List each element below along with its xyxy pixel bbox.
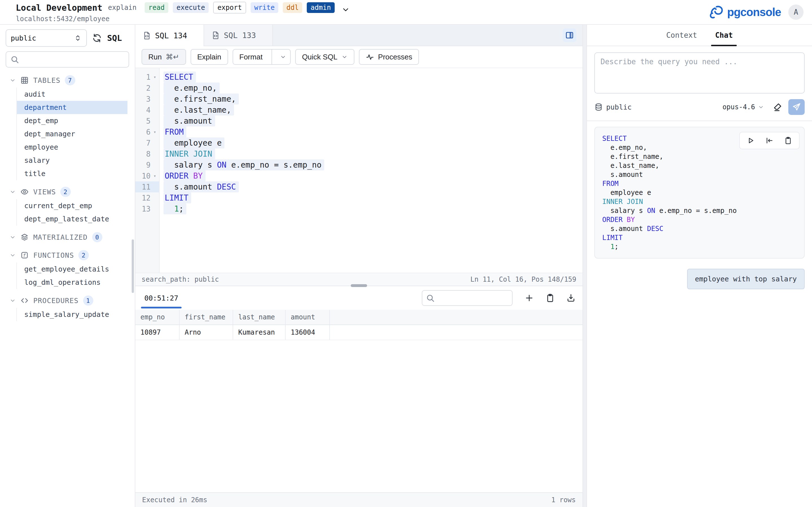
results-search-input[interactable]: [422, 290, 513, 306]
refresh-icon[interactable]: [92, 33, 102, 43]
tree-item-title[interactable]: title: [17, 167, 128, 180]
sql-mode-label[interactable]: SQL: [107, 33, 122, 43]
result-tab-timer[interactable]: 00:51:27: [142, 286, 181, 310]
toggle-side-panel-button[interactable]: [563, 29, 576, 42]
section-header-views[interactable]: VIEWS2: [0, 185, 135, 198]
schema-select[interactable]: public: [6, 29, 87, 47]
section-count-badge: 1: [83, 295, 93, 305]
editor-line-7[interactable]: 7 employee e: [135, 137, 582, 149]
editor-line-2[interactable]: 2 e.emp_no,: [135, 82, 582, 94]
permission-badge-read: read: [145, 2, 168, 13]
send-button[interactable]: [788, 99, 805, 115]
editor-line-11[interactable]: 11 s.amount DESC: [135, 181, 582, 192]
section-header-functions[interactable]: fFUNCTIONS2: [0, 249, 135, 262]
chevron-down-icon: [10, 77, 16, 83]
section-header-tables[interactable]: TABLES7: [0, 74, 135, 87]
chat-schema-context[interactable]: public: [594, 103, 631, 111]
tree-item-department[interactable]: department: [17, 101, 128, 114]
fold-arrow-icon[interactable]: ▾: [151, 129, 159, 135]
fold-arrow-icon[interactable]: ▾: [151, 173, 159, 179]
tree-item-dept_emp[interactable]: dept_emp: [17, 114, 128, 127]
chevron-down-icon[interactable]: [280, 54, 286, 60]
run-code-icon[interactable]: [747, 136, 755, 145]
chevron-down-icon: [758, 104, 764, 110]
chevron-down-icon[interactable]: [342, 5, 350, 14]
format-button[interactable]: Format: [233, 49, 291, 65]
download-results-icon[interactable]: [566, 293, 576, 303]
tree-item-simple_salary_update[interactable]: simple_salary_update: [17, 308, 128, 321]
copy-code-icon[interactable]: [784, 136, 792, 145]
sidebar-scrollbar[interactable]: [132, 239, 134, 293]
divider: [271, 50, 272, 64]
column-header-amount[interactable]: amount: [286, 310, 330, 325]
processes-button[interactable]: Processes: [359, 49, 419, 65]
section-header-procedures[interactable]: PROCEDURES1: [0, 294, 135, 307]
clear-chat-icon[interactable]: [772, 102, 783, 112]
quick-sql-button[interactable]: Quick SQL: [295, 49, 354, 65]
editor-line-6[interactable]: 6▾FROM: [135, 126, 582, 137]
section-header-materialized[interactable]: MATERIALIZED0: [0, 231, 135, 244]
tree-item-employee[interactable]: employee: [17, 140, 128, 154]
app-window: Local Development explainreadexecuteexpo…: [0, 0, 812, 507]
column-header-emp_no[interactable]: emp_no: [135, 310, 180, 325]
editor-line-3[interactable]: 3 e.first_name,: [135, 94, 582, 105]
editor-line-9[interactable]: 9 salary s ON e.emp_no = s.emp_no: [135, 159, 582, 170]
tree-item-dept_emp_latest_date[interactable]: dept_emp_latest_date: [17, 212, 128, 226]
editor-line-10[interactable]: 10▾ORDER BY: [135, 170, 582, 181]
gutter: 6▾: [135, 126, 159, 137]
run-button[interactable]: Run ⌘↵: [142, 49, 186, 65]
tab-context[interactable]: Context: [665, 25, 698, 46]
editor-line-12[interactable]: 12LIMIT: [135, 192, 582, 203]
tree-item-dept_manager[interactable]: dept_manager: [17, 127, 128, 140]
section-label: PROCEDURES: [33, 297, 79, 305]
gutter: 11: [135, 181, 159, 192]
gutter: 8: [135, 149, 159, 159]
cursor-position-status: Ln 11, Col 16, Pos 148/159: [470, 276, 576, 283]
copy-results-icon[interactable]: [545, 293, 555, 303]
tree-item-current_dept_emp[interactable]: current_dept_emp: [17, 199, 128, 212]
tree-item-salary[interactable]: salary: [17, 154, 128, 167]
editor-tab-sql-134[interactable]: SQL 134: [135, 25, 204, 46]
search-icon: [426, 293, 435, 302]
editor-tabbar: SQL 134SQL 133: [135, 25, 582, 46]
run-shortcut: ⌘↵: [166, 53, 179, 61]
assistant-panel: Context Chat public opus-4.6: [587, 25, 812, 507]
section-count-badge: 2: [60, 187, 70, 197]
assistant-code-line: e.first_name,: [602, 152, 797, 161]
avatar[interactable]: A: [788, 4, 804, 20]
column-header-last_name[interactable]: last_name: [233, 310, 286, 325]
chevron-down-icon: [10, 252, 16, 258]
column-header-first_name[interactable]: first_name: [180, 310, 233, 325]
file-code-icon: [143, 31, 151, 40]
model-select[interactable]: opus-4.6: [722, 103, 764, 111]
tree-item-audit[interactable]: audit: [17, 88, 128, 101]
quick-sql-label: Quick SQL: [302, 53, 338, 61]
editor-line-13[interactable]: 13 1;: [135, 203, 582, 214]
results-table-body: 10897ArnoKumaresan136004: [135, 325, 582, 340]
explain-button[interactable]: Explain: [191, 49, 228, 65]
table-row[interactable]: 10897ArnoKumaresan136004: [135, 325, 582, 340]
table-cell: Kumaresan: [233, 325, 286, 340]
sidebar-search-input[interactable]: [6, 51, 129, 68]
column-header-filler: [330, 310, 582, 325]
resize-grip[interactable]: [351, 284, 367, 287]
tree-item-get_employee_details[interactable]: get_employee_details: [17, 263, 128, 276]
sql-editor[interactable]: 1▾SELECT2 e.emp_no,3 e.first_name,4 e.la…: [135, 68, 582, 273]
editor-line-4[interactable]: 4 e.last_name,: [135, 105, 582, 115]
gutter: 3: [135, 94, 159, 105]
chevron-down-icon: [10, 297, 16, 304]
editor-line-1[interactable]: 1▾SELECT: [135, 71, 582, 82]
editor-tab-sql-133[interactable]: SQL 133: [204, 25, 273, 46]
add-result-tab-icon[interactable]: [524, 293, 534, 303]
tree-item-log_dml_operations[interactable]: log_dml_operations: [17, 276, 128, 289]
fold-arrow-icon[interactable]: ▾: [151, 74, 159, 80]
insert-into-editor-icon[interactable]: [765, 136, 774, 145]
chat-prompt-input[interactable]: [594, 52, 805, 94]
search-icon: [10, 55, 19, 64]
user-message-bubble: employee with top salary: [687, 269, 805, 289]
section-label: FUNCTIONS: [33, 251, 74, 260]
editor-line-5[interactable]: 5 s.amount: [135, 115, 582, 126]
results-empty-area: [135, 340, 582, 492]
tab-chat[interactable]: Chat: [714, 25, 734, 46]
editor-line-8[interactable]: 8INNER JOIN: [135, 149, 582, 159]
